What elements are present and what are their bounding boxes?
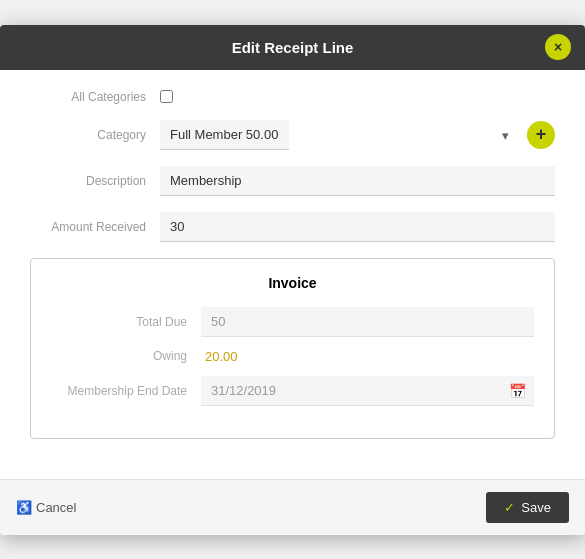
category-label: Category: [30, 128, 160, 142]
amount-row: Amount Received: [30, 212, 555, 242]
modal-title: Edit Receipt Line: [232, 39, 354, 56]
description-label: Description: [30, 174, 160, 188]
owing-row: Owing 20.00: [51, 349, 534, 364]
modal-header: Edit Receipt Line ×: [0, 25, 585, 70]
end-date-row: Membership End Date 📅: [51, 376, 534, 406]
amount-input[interactable]: [160, 212, 555, 242]
owing-label: Owing: [51, 349, 201, 363]
invoice-title: Invoice: [51, 275, 534, 291]
cancel-circle-icon: ♿: [16, 500, 32, 515]
end-date-wrap: 📅: [201, 376, 534, 406]
calendar-icon: 📅: [509, 383, 526, 399]
save-check-icon: ✓: [504, 500, 515, 515]
edit-receipt-modal: Edit Receipt Line × All Categories Categ…: [0, 25, 585, 535]
cancel-label: Cancel: [36, 500, 76, 515]
invoice-box: Invoice Total Due Owing 20.00 Membership…: [30, 258, 555, 439]
all-categories-row: All Categories: [30, 90, 555, 104]
category-control: Full Member 50.00Junior MemberSenior Mem…: [160, 120, 555, 150]
all-categories-label: All Categories: [30, 90, 160, 104]
close-button[interactable]: ×: [545, 34, 571, 60]
category-select-wrapper: Full Member 50.00Junior MemberSenior Mem…: [160, 120, 519, 150]
description-row: Description: [30, 166, 555, 196]
add-category-button[interactable]: +: [527, 121, 555, 149]
total-due-input[interactable]: [201, 307, 534, 337]
cancel-button[interactable]: ♿ Cancel: [16, 500, 76, 515]
all-categories-checkbox[interactable]: [160, 90, 173, 103]
modal-footer: ♿ Cancel ✓ Save: [0, 479, 585, 535]
end-date-input[interactable]: [201, 376, 534, 406]
amount-control: [160, 212, 555, 242]
total-due-row: Total Due: [51, 307, 534, 337]
category-row: Category Full Member 50.00Junior MemberS…: [30, 120, 555, 150]
amount-label: Amount Received: [30, 220, 160, 234]
total-due-label: Total Due: [51, 315, 201, 329]
category-select[interactable]: Full Member 50.00Junior MemberSenior Mem…: [160, 120, 289, 150]
owing-value: 20.00: [201, 349, 534, 364]
end-date-label: Membership End Date: [51, 384, 201, 398]
description-input[interactable]: [160, 166, 555, 196]
save-label: Save: [521, 500, 551, 515]
description-control: [160, 166, 555, 196]
modal-body: All Categories Category Full Member 50.0…: [0, 70, 585, 479]
save-button[interactable]: ✓ Save: [486, 492, 569, 523]
